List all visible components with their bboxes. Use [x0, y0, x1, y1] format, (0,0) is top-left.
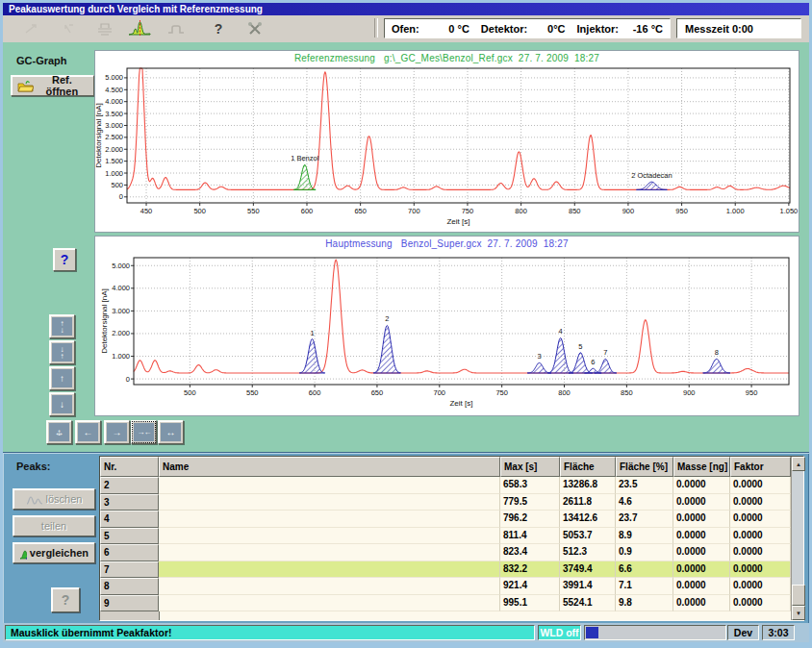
pan-free-button[interactable]: ↔↕ — [46, 420, 72, 444]
baseline-tool-icon-button[interactable] — [163, 17, 190, 39]
reference-chart-panel: Referenzmessung g:\_GC_Mes\Benzol_Ref.gc… — [94, 50, 799, 233]
table-cell[interactable]: 512.3 — [560, 544, 616, 561]
row-number-cell[interactable]: 4 — [100, 511, 159, 528]
table-cell[interactable]: 9.8 — [616, 595, 673, 612]
svg-text:1.000: 1.000 — [726, 207, 745, 215]
table-cell[interactable]: 0.9 — [616, 544, 673, 561]
table-row[interactable]: 5811.45053.78.90.00000.0000 — [100, 528, 791, 545]
table-cell[interactable]: 0.0000 — [673, 494, 730, 511]
table-cell[interactable]: 3749.4 — [560, 561, 616, 579]
split-peak-button[interactable]: teilen — [13, 515, 95, 536]
table-cell[interactable] — [159, 511, 500, 528]
row-number-cell[interactable]: 3 — [100, 494, 159, 511]
pan-right-button[interactable]: → — [104, 420, 130, 444]
table-row[interactable]: 9995.15524.19.80.00000.0000 — [100, 595, 791, 612]
svg-text:950: 950 — [675, 207, 688, 215]
table-row[interactable]: 7832.23749.46.60.00000.0000 — [100, 561, 791, 579]
table-cell[interactable]: 0.0000 — [673, 561, 730, 579]
table-cell[interactable]: 0.0000 — [673, 528, 730, 545]
table-cell[interactable]: 2611.8 — [560, 494, 616, 511]
table-cell[interactable]: 0.0000 — [730, 477, 791, 494]
table-cell[interactable]: 823.4 — [500, 544, 560, 561]
row-number-cell[interactable]: 5 — [100, 528, 159, 545]
peak-analysis-icon — [128, 19, 151, 38]
scroll-thumb[interactable] — [792, 585, 805, 606]
scroll-up-button[interactable]: ▲ — [792, 457, 805, 471]
svg-text:600: 600 — [309, 388, 321, 397]
row-number-cell[interactable]: 8 — [100, 578, 159, 595]
table-row[interactable]: 3779.52611.84.60.00000.0000 — [100, 494, 791, 511]
row-number-cell[interactable]: 9 — [100, 595, 159, 612]
row-number-cell[interactable]: 7 — [100, 561, 159, 579]
table-cell[interactable]: 0.0000 — [673, 544, 730, 561]
zoom-compress-horizontal-button[interactable]: →← — [131, 420, 157, 444]
table-cell[interactable]: 0.0000 — [730, 544, 791, 561]
pan-down-button[interactable]: ↓ — [49, 392, 75, 416]
table-cell[interactable]: 0.0000 — [730, 595, 791, 612]
table-cell[interactable]: 13412.6 — [560, 511, 616, 528]
table-cell[interactable]: 921.4 — [500, 578, 560, 595]
table-cell[interactable]: 5524.1 — [560, 595, 616, 612]
table-scrollbar[interactable]: ▲ ▼ — [791, 457, 803, 620]
table-row[interactable]: 8921.43991.47.10.00000.0000 — [100, 578, 791, 595]
table-cell[interactable]: 8.9 — [616, 528, 673, 545]
reference-chart-canvas[interactable]: 05001.0001.5002.0002.5003.0003.5004.0004… — [95, 64, 799, 232]
row-number-cell[interactable]: 6 — [100, 544, 159, 561]
print-icon-button[interactable] — [91, 17, 118, 39]
table-cell[interactable]: 0.0000 — [673, 595, 730, 612]
table-cell[interactable]: 0.0000 — [673, 511, 730, 528]
table-cell[interactable] — [159, 528, 500, 545]
pan-left-button[interactable]: ← — [75, 420, 101, 444]
history-icon-button[interactable] — [18, 17, 45, 39]
table-cell[interactable] — [159, 578, 500, 595]
delete-peak-button[interactable]: löschen — [13, 488, 95, 510]
table-cell[interactable]: 13286.8 — [560, 477, 616, 494]
table-cell[interactable]: 0.0000 — [673, 578, 730, 595]
table-cell[interactable] — [159, 477, 500, 494]
compare-peaks-button[interactable]: vergleichen — [13, 542, 95, 563]
svg-text:8: 8 — [715, 348, 719, 357]
table-cell[interactable]: 0.0000 — [673, 477, 730, 494]
table-cell[interactable]: 0.0000 — [730, 528, 791, 545]
peak-analysis-icon-button[interactable] — [126, 17, 153, 39]
table-cell[interactable]: 0.0000 — [730, 578, 791, 595]
table-cell[interactable]: 796.2 — [500, 511, 560, 528]
table-cell[interactable]: 658.3 — [500, 477, 560, 494]
table-cell[interactable]: 7.1 — [616, 578, 673, 595]
table-row[interactable]: 2658.313286.823.50.00000.0000 — [100, 477, 791, 494]
zoom-compress-vertical-button[interactable]: ↓↑ — [49, 340, 75, 364]
table-cell[interactable] — [159, 494, 500, 511]
svg-text:750: 750 — [495, 388, 508, 397]
table-row[interactable]: 4796.213412.623.70.00000.0000 — [100, 511, 791, 528]
table-cell[interactable] — [159, 561, 500, 579]
table-cell[interactable]: 779.5 — [500, 494, 560, 511]
row-number-cell[interactable]: 2 — [100, 477, 159, 494]
table-cell[interactable]: 0.0000 — [730, 494, 791, 511]
table-cell[interactable]: 0.0000 — [730, 511, 791, 528]
marker-icon-button[interactable] — [57, 17, 84, 39]
table-cell[interactable]: 832.2 — [500, 561, 560, 579]
peaks-help-button[interactable]: ? — [51, 587, 80, 612]
ref-open-button[interactable]: Ref. öffnen — [11, 75, 94, 96]
table-cell[interactable]: 3991.4 — [560, 578, 616, 595]
tools-icon-button[interactable] — [241, 17, 268, 39]
graph-help-button[interactable]: ? — [53, 248, 76, 271]
table-cell[interactable]: 23.7 — [616, 511, 673, 528]
zoom-expand-horizontal-button[interactable]: ↔ — [158, 420, 184, 444]
help-icon-button[interactable]: ? — [205, 17, 232, 39]
table-cell[interactable]: 4.6 — [616, 494, 673, 511]
haupt-chart-canvas[interactable]: 01.0002.0003.0004.0005.00050055060065070… — [95, 250, 799, 415]
table-cell[interactable]: 6.6 — [616, 561, 673, 579]
table-cell[interactable]: 23.5 — [616, 477, 673, 494]
table-cell[interactable]: 0.0000 — [730, 561, 791, 579]
question-icon: ? — [62, 592, 70, 608]
table-cell[interactable]: 5053.7 — [560, 528, 616, 545]
table-cell[interactable] — [159, 544, 500, 561]
table-cell[interactable]: 995.1 — [500, 595, 560, 612]
scroll-down-button[interactable]: ▼ — [792, 606, 805, 620]
table-cell[interactable]: 811.4 — [500, 528, 560, 545]
table-cell[interactable] — [159, 595, 500, 612]
pan-up-button[interactable]: ↑ — [49, 366, 75, 390]
table-row[interactable]: 6823.4512.30.90.00000.0000 — [100, 544, 791, 561]
zoom-expand-vertical-button[interactable]: ↑↓ — [49, 314, 75, 338]
